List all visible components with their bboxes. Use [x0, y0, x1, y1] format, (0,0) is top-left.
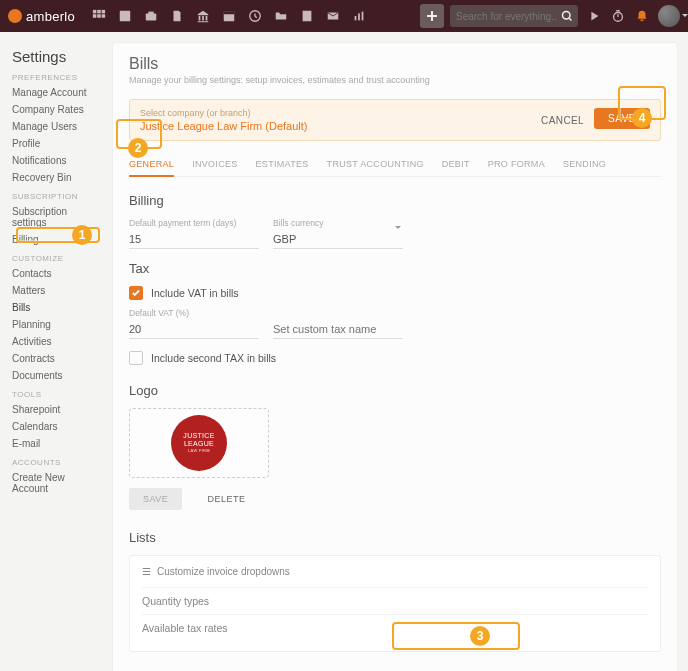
sidebar-item-billing[interactable]: Billing	[10, 231, 102, 248]
calendar-icon[interactable]	[217, 4, 241, 28]
svg-rect-4	[97, 14, 101, 18]
list-icon: ☰	[142, 566, 151, 577]
brand-text: amberlo	[26, 9, 75, 24]
svg-rect-7	[146, 13, 157, 20]
section-logo: Logo	[129, 383, 661, 398]
folder-icon[interactable]	[269, 4, 293, 28]
logo-line2: LEAGUE	[184, 440, 214, 448]
currency-label: Bills currency	[273, 218, 403, 228]
svg-rect-6	[120, 11, 131, 22]
sidebar-item-create-account[interactable]: Create New Account	[10, 469, 102, 497]
add-button[interactable]	[420, 4, 444, 28]
save-button[interactable]: SAVE	[594, 108, 650, 129]
logo-dropzone[interactable]: JUSTICE LEAGUE LAW FIRM	[129, 408, 269, 478]
currency-select[interactable]	[273, 230, 403, 249]
bank-icon[interactable]	[191, 4, 215, 28]
svg-rect-3	[93, 14, 97, 18]
sidebar-item-sharepoint[interactable]: Sharepoint	[10, 401, 102, 418]
document-icon[interactable]	[165, 4, 189, 28]
search-icon[interactable]	[556, 5, 578, 27]
svg-rect-8	[148, 12, 153, 15]
page-icon[interactable]	[295, 4, 319, 28]
sidebar-item-recovery-bin[interactable]: Recovery Bin	[10, 169, 102, 186]
sidebar-item-email[interactable]: E-mail	[10, 435, 102, 452]
company-bar: Select company (or branch) Justice Leagu…	[129, 99, 661, 141]
grid-icon[interactable]	[87, 4, 111, 28]
include-second-tax-checkbox[interactable]	[129, 351, 143, 365]
bell-icon[interactable]	[630, 4, 654, 28]
logo-save-button[interactable]: SAVE	[129, 488, 182, 510]
sidebar-item-matters[interactable]: Matters	[10, 282, 102, 299]
svg-rect-16	[362, 12, 364, 21]
briefcase-icon[interactable]	[139, 4, 163, 28]
default-vat-input[interactable]	[129, 320, 259, 339]
section-lists: Lists	[129, 530, 661, 545]
svg-rect-0	[93, 10, 97, 14]
svg-rect-1	[97, 10, 101, 14]
sidebar-item-planning[interactable]: Planning	[10, 316, 102, 333]
tab-general[interactable]: GENERAL	[129, 153, 174, 177]
sidebar-item-calendars[interactable]: Calendars	[10, 418, 102, 435]
sidebar-group-tools: TOOLS	[12, 390, 102, 399]
default-vat-label: Default VAT (%)	[129, 308, 259, 318]
svg-rect-14	[355, 16, 357, 20]
tab-estimates[interactable]: ESTIMATES	[256, 153, 309, 176]
lists-panel: ☰ Customize invoice dropdowns Quantity t…	[129, 555, 661, 652]
tabs: GENERAL INVOICES ESTIMATES TRUST ACCOUNT…	[129, 153, 661, 177]
tab-trust-accounting[interactable]: TRUST ACCOUNTING	[327, 153, 424, 176]
sidebar-item-activities[interactable]: Activities	[10, 333, 102, 350]
clock-icon[interactable]	[243, 4, 267, 28]
custom-tax-spacer	[273, 308, 403, 318]
contact-icon[interactable]	[113, 4, 137, 28]
sidebar-item-notifications[interactable]: Notifications	[10, 152, 102, 169]
logo-delete-button[interactable]: DELETE	[193, 488, 259, 510]
tab-pro-forma[interactable]: PRO FORMA	[488, 153, 545, 176]
lists-item-tax-rates[interactable]: Available tax rates	[142, 614, 648, 641]
lists-customize-header: ☰ Customize invoice dropdowns	[142, 566, 648, 577]
sidebar-item-company-rates[interactable]: Company Rates	[10, 101, 102, 118]
mail-icon[interactable]	[321, 4, 345, 28]
company-value[interactable]: Justice League Law Firm (Default)	[140, 120, 541, 132]
search-input[interactable]	[456, 11, 556, 22]
nav-icons	[87, 4, 371, 28]
section-billing: Billing	[129, 193, 661, 208]
svg-rect-2	[102, 10, 106, 14]
logo-line3: LAW FIRM	[188, 449, 210, 453]
logo-preview: JUSTICE LEAGUE LAW FIRM	[171, 415, 227, 471]
report-icon[interactable]	[347, 4, 371, 28]
sidebar-item-profile[interactable]: Profile	[10, 135, 102, 152]
page-subtitle: Manage your billing settings: setup invo…	[129, 75, 661, 85]
sidebar-item-subscription-settings[interactable]: Subscription settings	[10, 203, 102, 231]
play-icon[interactable]	[582, 4, 606, 28]
svg-rect-15	[358, 13, 360, 20]
brand-logo-icon	[8, 9, 22, 23]
cancel-button[interactable]: CANCEL	[541, 115, 584, 126]
avatar[interactable]	[658, 5, 680, 27]
company-label: Select company (or branch)	[140, 108, 541, 118]
sidebar-item-manage-account[interactable]: Manage Account	[10, 84, 102, 101]
page-title: Bills	[129, 55, 661, 73]
tab-debit[interactable]: DEBIT	[442, 153, 470, 176]
settings-sidebar: Settings PREFERENCES Manage Account Comp…	[10, 42, 102, 671]
sidebar-item-contracts[interactable]: Contracts	[10, 350, 102, 367]
brand[interactable]: amberlo	[8, 9, 75, 24]
svg-point-17	[563, 12, 571, 20]
search-box[interactable]	[450, 5, 578, 27]
logo-line1: JUSTICE	[183, 432, 214, 440]
svg-rect-10	[224, 12, 235, 15]
include-vat-checkbox[interactable]	[129, 286, 143, 300]
lists-item-quantity-types[interactable]: Quantity types	[142, 587, 648, 614]
sidebar-item-manage-users[interactable]: Manage Users	[10, 118, 102, 135]
include-vat-label: Include VAT in bills	[151, 287, 239, 299]
sidebar-item-documents[interactable]: Documents	[10, 367, 102, 384]
timer-icon[interactable]	[606, 4, 630, 28]
sidebar-group-preferences: PREFERENCES	[12, 73, 102, 82]
sidebar-item-contacts[interactable]: Contacts	[10, 265, 102, 282]
sidebar-group-subscription: SUBSCRIPTION	[12, 192, 102, 201]
tab-sending[interactable]: SENDING	[563, 153, 606, 176]
topbar: amberlo	[0, 0, 688, 32]
default-term-input[interactable]	[129, 230, 259, 249]
sidebar-item-bills[interactable]: Bills	[10, 299, 102, 316]
custom-tax-input[interactable]	[273, 320, 403, 339]
tab-invoices[interactable]: INVOICES	[192, 153, 237, 176]
